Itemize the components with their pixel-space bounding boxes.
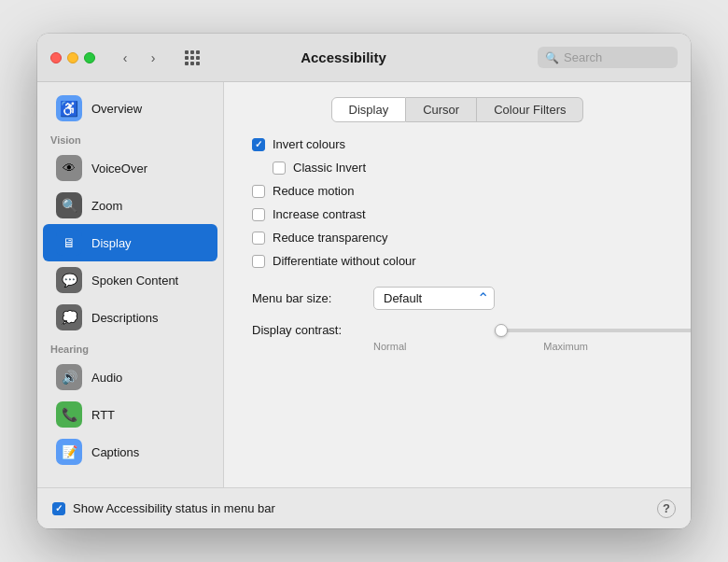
sidebar: ♿ Overview Vision 👁 VoiceOver 🔍 Zoom 🖥 D… bbox=[37, 82, 224, 487]
sidebar-item-label: Display bbox=[91, 236, 132, 250]
bottom-bar: Show Accessibility status in menu bar ? bbox=[37, 487, 691, 528]
back-button[interactable]: ‹ bbox=[112, 45, 138, 71]
slider-max-label: Maximum bbox=[543, 341, 588, 352]
voiceover-icon: 👁 bbox=[56, 155, 82, 181]
main-content: ♿ Overview Vision 👁 VoiceOver 🔍 Zoom 🖥 D… bbox=[37, 82, 691, 487]
tab-colour-filters[interactable]: Colour Filters bbox=[477, 97, 583, 122]
sidebar-item-zoom[interactable]: 🔍 Zoom bbox=[43, 187, 217, 224]
sidebar-item-label: RTT bbox=[91, 408, 115, 422]
close-button[interactable] bbox=[50, 52, 62, 63]
traffic-lights bbox=[50, 52, 95, 63]
display-contrast-slider[interactable] bbox=[495, 329, 691, 332]
search-icon: 🔍 bbox=[545, 51, 559, 64]
checkbox-invert-colours[interactable] bbox=[252, 138, 265, 151]
main-window: ‹ › Accessibility 🔍 ♿ Overview Vision bbox=[37, 34, 691, 528]
sidebar-item-label: Spoken Content bbox=[91, 274, 178, 288]
sidebar-item-label: Zoom bbox=[91, 199, 122, 213]
checkbox-row-reduce-motion: Reduce motion bbox=[252, 184, 672, 198]
sidebar-item-label: Audio bbox=[91, 371, 122, 385]
checkbox-label-reduce-motion: Reduce motion bbox=[273, 184, 354, 198]
menu-bar-size-label: Menu bar size: bbox=[252, 291, 364, 305]
slider-label-row: Display contrast: bbox=[252, 323, 672, 337]
display-contrast-label: Display contrast: bbox=[252, 323, 364, 337]
help-button[interactable]: ? bbox=[657, 499, 676, 518]
display-contrast-row: Display contrast: Normal Maximum bbox=[243, 323, 672, 352]
sidebar-item-label: VoiceOver bbox=[91, 162, 147, 176]
sidebar-item-overview[interactable]: ♿ Overview bbox=[43, 90, 217, 127]
sidebar-item-display[interactable]: 🖥 Display bbox=[43, 224, 217, 261]
audio-icon: 🔊 bbox=[56, 364, 82, 390]
checkbox-label-differentiate-colour: Differentiate without colour bbox=[273, 254, 416, 268]
sidebar-section-hearing: Hearing bbox=[37, 336, 223, 358]
sidebar-item-label: Descriptions bbox=[91, 311, 159, 325]
tab-cursor[interactable]: Cursor bbox=[406, 97, 477, 122]
checkbox-label-increase-contrast: Increase contrast bbox=[273, 207, 366, 221]
sidebar-item-spoken-content[interactable]: 💬 Spoken Content bbox=[43, 261, 217, 299]
sidebar-item-rtt[interactable]: 📞 RTT bbox=[43, 396, 217, 433]
checkbox-row-reduce-transparency: Reduce transparency bbox=[252, 231, 672, 245]
window-title: Accessibility bbox=[159, 49, 528, 65]
sidebar-item-voiceover[interactable]: 👁 VoiceOver bbox=[43, 149, 217, 187]
bottom-checkbox-row: Show Accessibility status in menu bar bbox=[52, 501, 275, 515]
checkbox-row-invert-colours: Invert colours bbox=[252, 137, 672, 151]
checkbox-group: Invert colours Classic Invert Reduce mot… bbox=[243, 137, 672, 268]
checkbox-label-invert-colours: Invert colours bbox=[273, 137, 345, 151]
sidebar-section-vision: Vision bbox=[37, 127, 223, 149]
descriptions-icon: 💭 bbox=[56, 304, 82, 330]
menu-bar-size-row: Menu bar size: Default Large ⌃ bbox=[243, 287, 672, 310]
display-icon: 🖥 bbox=[56, 230, 82, 256]
captions-icon: 📝 bbox=[56, 439, 82, 465]
sidebar-item-captions[interactable]: 📝 Captions bbox=[43, 433, 217, 471]
sidebar-item-audio[interactable]: 🔊 Audio bbox=[43, 358, 217, 396]
minimize-button[interactable] bbox=[67, 52, 78, 63]
slider-container bbox=[495, 329, 691, 332]
checkbox-row-increase-contrast: Increase contrast bbox=[252, 207, 672, 221]
rtt-icon: 📞 bbox=[56, 401, 82, 428]
search-input[interactable] bbox=[564, 50, 670, 64]
checkbox-differentiate-colour[interactable] bbox=[252, 255, 265, 268]
tab-bar: Display Cursor Colour Filters bbox=[243, 97, 672, 122]
checkbox-row-classic-invert: Classic Invert bbox=[252, 161, 672, 175]
tab-display[interactable]: Display bbox=[331, 97, 407, 122]
content-area: Display Cursor Colour Filters Invert col… bbox=[224, 82, 691, 487]
spoken-content-icon: 💬 bbox=[56, 267, 82, 293]
maximize-button[interactable] bbox=[84, 52, 95, 63]
titlebar: ‹ › Accessibility 🔍 bbox=[37, 34, 691, 82]
menu-bar-size-select[interactable]: Default Large bbox=[373, 287, 495, 310]
slider-min-label: Normal bbox=[373, 341, 406, 352]
checkbox-increase-contrast[interactable] bbox=[252, 208, 265, 221]
checkbox-reduce-transparency[interactable] bbox=[252, 232, 265, 245]
checkbox-show-accessibility-status[interactable] bbox=[52, 502, 65, 515]
slider-labels: Normal Maximum bbox=[373, 341, 588, 352]
sidebar-item-label: Overview bbox=[91, 102, 142, 116]
checkbox-row-differentiate-colour: Differentiate without colour bbox=[252, 254, 672, 268]
checkbox-label-show-accessibility-status: Show Accessibility status in menu bar bbox=[73, 501, 275, 515]
zoom-icon: 🔍 bbox=[56, 192, 82, 218]
sidebar-item-label: Captions bbox=[91, 445, 139, 459]
sidebar-item-descriptions[interactable]: 💭 Descriptions bbox=[43, 299, 217, 336]
menu-bar-size-select-wrapper: Default Large ⌃ bbox=[373, 287, 495, 310]
checkbox-classic-invert[interactable] bbox=[273, 162, 286, 175]
overview-icon: ♿ bbox=[56, 95, 82, 121]
checkbox-label-reduce-transparency: Reduce transparency bbox=[273, 231, 388, 245]
checkbox-label-classic-invert: Classic Invert bbox=[293, 161, 366, 175]
search-bar[interactable]: 🔍 bbox=[538, 47, 678, 68]
checkbox-reduce-motion[interactable] bbox=[252, 185, 265, 198]
